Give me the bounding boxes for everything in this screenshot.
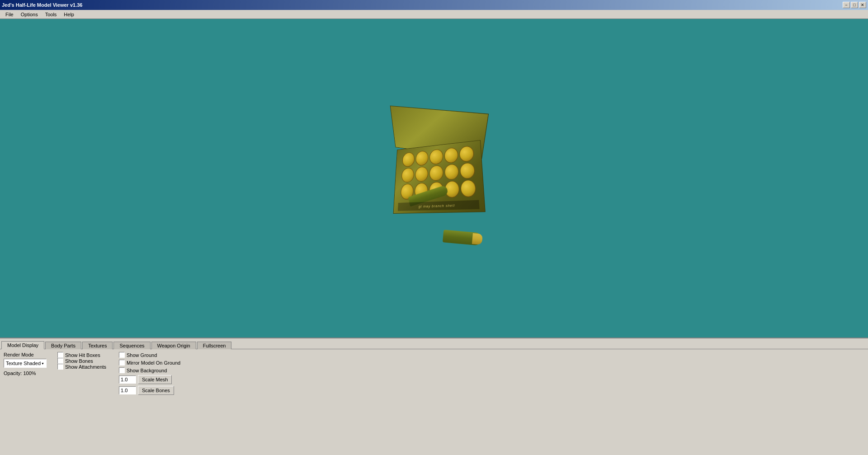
bullet-10	[460, 162, 475, 179]
mirror-model-checkbox[interactable]	[119, 360, 125, 366]
scale-bones-row: Scale Bones	[119, 386, 180, 395]
opacity-label: Opacity: 100%	[4, 371, 36, 376]
opacity-row: Opacity: 100%	[4, 371, 56, 376]
menu-bar: File Options Tools Help	[0, 10, 868, 19]
tab-body-parts[interactable]: Body Parts	[45, 342, 81, 349]
menu-options[interactable]: Options	[17, 11, 42, 18]
bullet-3	[429, 149, 443, 164]
show-attachments-row: Show Attachments	[57, 364, 114, 370]
tab-weapon-origin[interactable]: Weapon Origin	[151, 342, 196, 349]
bullet-15	[460, 179, 476, 197]
show-ground-checkbox[interactable]	[119, 352, 125, 358]
show-bones-label: Show Bones	[65, 358, 93, 364]
bullet-5	[459, 145, 474, 162]
shell-cap	[472, 233, 483, 245]
show-hit-boxes-label: Show Hit Boxes	[65, 352, 100, 358]
controls-row: Render Mode Texture Shaded ▼ Opacity: 10…	[0, 349, 868, 398]
bullet-6	[401, 167, 415, 183]
show-attachments-label: Show Attachments	[65, 364, 106, 370]
bullet-9	[444, 163, 459, 180]
tabs-bar: Model Display Body Parts Textures Sequen…	[0, 338, 868, 349]
maximize-button[interactable]: □	[851, 2, 858, 8]
bullet-4	[444, 147, 458, 163]
show-background-label: Show Background	[127, 368, 167, 373]
bullet-7	[415, 166, 428, 182]
right-panel: Show Ground Mirror Model On Ground Show …	[114, 352, 180, 395]
middle-panel: Show Hit Boxes Show Bones Show Attachmen…	[56, 352, 114, 395]
dropdown-arrow-icon: ▼	[41, 362, 44, 365]
show-hit-boxes-checkbox[interactable]	[57, 352, 63, 358]
bullet-1	[402, 152, 415, 167]
title-text: Jed's Half-Life Model Viewer v1.36	[2, 2, 82, 8]
left-panel: Render Mode Texture Shaded ▼ Opacity: 10…	[4, 352, 56, 395]
window-controls: − □ ✕	[843, 2, 866, 8]
menu-file[interactable]: File	[2, 11, 17, 18]
scale-mesh-row: Scale Mesh	[119, 375, 180, 384]
shell-outside	[443, 230, 482, 245]
render-mode-label: Render Mode	[4, 352, 56, 357]
show-bones-row: Show Bones	[57, 358, 114, 364]
scale-mesh-button[interactable]: Scale Mesh	[138, 375, 172, 384]
mirror-model-row: Mirror Model On Ground	[119, 360, 180, 366]
show-background-row: Show Background	[119, 367, 180, 373]
close-button[interactable]: ✕	[859, 2, 866, 8]
tab-model-display[interactable]: Model Display	[1, 341, 44, 349]
show-ground-label: Show Ground	[127, 352, 157, 358]
show-background-checkbox[interactable]	[119, 367, 125, 373]
viewport[interactable]: gt may branch shell	[0, 19, 868, 338]
show-bones-checkbox[interactable]	[57, 358, 63, 364]
minimize-button[interactable]: −	[843, 2, 850, 8]
bullet-2	[415, 150, 429, 166]
bottom-panel: Model Display Body Parts Textures Sequen…	[0, 338, 868, 455]
model-3d: gt may branch shell	[382, 104, 486, 239]
box-label-text: gt may branch shell	[419, 203, 455, 208]
tab-textures[interactable]: Textures	[82, 342, 113, 349]
tab-sequences[interactable]: Sequences	[113, 342, 150, 349]
render-mode-dropdown[interactable]: Texture Shaded ▼	[4, 359, 56, 368]
box-body: gt may branch shell	[393, 140, 486, 213]
scale-mesh-input[interactable]	[119, 375, 136, 384]
title-bar: Jed's Half-Life Model Viewer v1.36 − □ ✕	[0, 0, 868, 10]
tab-fullscreen[interactable]: Fullscreen	[197, 342, 232, 349]
bullet-8	[429, 164, 443, 181]
scale-bones-button[interactable]: Scale Bones	[138, 386, 174, 395]
mirror-model-label: Mirror Model On Ground	[127, 360, 180, 366]
show-ground-row: Show Ground	[119, 352, 180, 358]
scale-bones-input[interactable]	[119, 386, 136, 394]
show-attachments-checkbox[interactable]	[57, 364, 63, 370]
show-hit-boxes-row: Show Hit Boxes	[57, 352, 114, 358]
menu-help[interactable]: Help	[60, 11, 78, 18]
render-mode-select[interactable]: Texture Shaded ▼	[4, 359, 47, 368]
menu-tools[interactable]: Tools	[42, 11, 61, 18]
